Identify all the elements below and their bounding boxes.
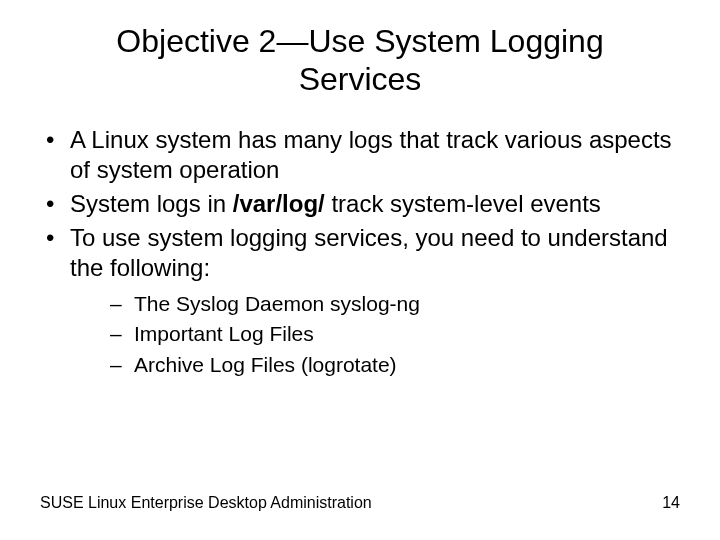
- sub-item: Important Log Files: [110, 319, 680, 349]
- bullet-text-post: track system-level events: [325, 190, 601, 217]
- bullet-list: A Linux system has many logs that track …: [40, 125, 680, 380]
- sub-item: Archive Log Files (logrotate): [110, 350, 680, 380]
- bullet-item: To use system logging services, you need…: [40, 223, 680, 380]
- bullet-item: A Linux system has many logs that track …: [40, 125, 680, 185]
- page-number: 14: [662, 494, 680, 512]
- bullet-text-bold: /var/log/: [233, 190, 325, 217]
- bullet-text-pre: System logs in: [70, 190, 233, 217]
- sub-list: The Syslog Daemon syslog-ng Important Lo…: [70, 289, 680, 380]
- slide: Objective 2—Use System Logging Services …: [0, 0, 720, 540]
- slide-content: A Linux system has many logs that track …: [0, 99, 720, 380]
- bullet-text: A Linux system has many logs that track …: [70, 126, 672, 183]
- footer-text: SUSE Linux Enterprise Desktop Administra…: [40, 494, 372, 512]
- sub-item: The Syslog Daemon syslog-ng: [110, 289, 680, 319]
- bullet-text: To use system logging services, you need…: [70, 224, 668, 281]
- slide-title: Objective 2—Use System Logging Services: [0, 0, 720, 99]
- bullet-item: System logs in /var/log/ track system-le…: [40, 189, 680, 219]
